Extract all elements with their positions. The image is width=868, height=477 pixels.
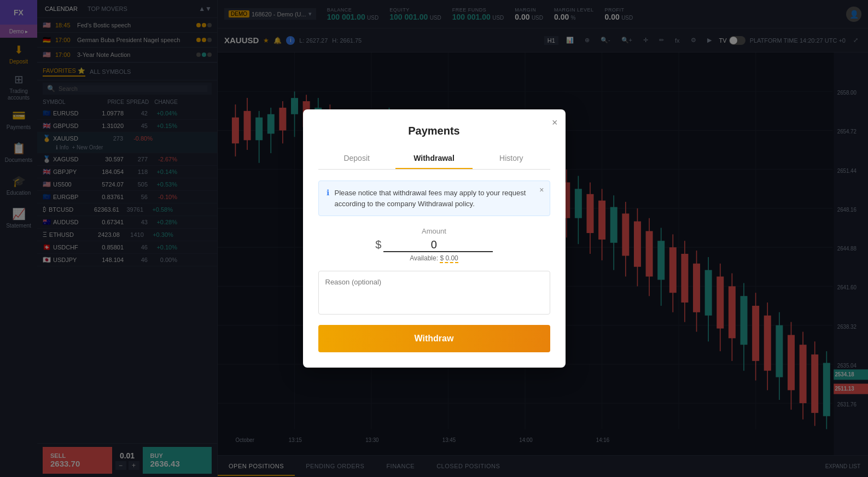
notice-box: ℹ Please notice that withdrawal fees may… <box>318 181 550 216</box>
withdraw-button[interactable]: Withdraw <box>318 325 550 352</box>
amount-label: Amount <box>318 227 550 235</box>
modal-title: Payments <box>318 125 550 137</box>
tab-deposit[interactable]: Deposit <box>318 148 395 169</box>
notice-info-icon: ℹ <box>327 188 329 197</box>
modal-tabs: Deposit Withdrawal History <box>318 148 550 170</box>
reason-textarea[interactable] <box>318 271 550 315</box>
modal-close-button[interactable]: × <box>552 117 558 129</box>
available-line: Available: $ 0.00 <box>318 254 550 262</box>
tab-withdrawal[interactable]: Withdrawal <box>395 148 473 169</box>
notice-text: Please notice that withdrawal fees may a… <box>335 188 542 209</box>
available-label: Available: <box>410 254 438 262</box>
tab-history[interactable]: History <box>473 148 550 169</box>
amount-input-container: $ <box>318 238 550 252</box>
modal-overlay: Payments × Deposit Withdrawal History ℹ … <box>0 0 868 477</box>
notice-close-button[interactable]: × <box>539 185 544 194</box>
payments-modal: Payments × Deposit Withdrawal History ℹ … <box>303 109 566 368</box>
available-amount: $ 0.00 <box>440 254 458 263</box>
amount-input[interactable] <box>383 238 493 252</box>
currency-symbol: $ <box>375 238 381 251</box>
